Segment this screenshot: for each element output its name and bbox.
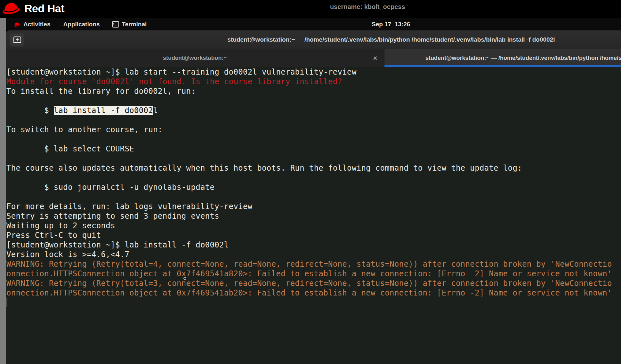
terminal-line xyxy=(6,173,621,182)
terminal-line xyxy=(6,115,621,125)
gnome-top-bar: Activities Applications ›_ Terminal Sep … xyxy=(0,18,621,30)
redhat-fedora-icon xyxy=(2,1,20,16)
applications-label: Applications xyxy=(63,21,100,28)
new-tab-icon: + xyxy=(13,36,21,43)
window-title: student@workstation:~ — /home/student/.v… xyxy=(6,30,621,49)
terminal-line xyxy=(6,96,621,106)
close-tab-icon[interactable]: × xyxy=(371,55,379,62)
terminal-line: Module for course 'do0002l' not found. I… xyxy=(6,77,621,86)
activities-hat-icon xyxy=(13,22,20,27)
terminal-line: [student@workstation ~]$ lab install -f … xyxy=(6,240,621,250)
terminal-window: + student@workstation:~ — /home/student/… xyxy=(6,30,621,364)
terminal-line: To switch to another course, run: xyxy=(6,125,621,134)
session-username: username: kbolt_ocpcss xyxy=(330,3,405,11)
terminal-output[interactable]: [student@workstation ~]$ lab start --tra… xyxy=(6,67,621,364)
terminal-line: Press Ctrl-C to quit xyxy=(6,231,621,240)
terminal-line: $ lab select COURSE xyxy=(6,144,621,154)
titlebar[interactable]: + student@workstation:~ — /home/student/… xyxy=(6,30,621,49)
brand-text: Red Hat xyxy=(24,2,64,15)
new-tab-button[interactable]: + xyxy=(10,33,24,46)
mouse-ibeam-pointer xyxy=(183,277,186,280)
activities-label: Activities xyxy=(23,21,50,28)
terminal-line: WARNING: Retrying (Retry(total=3, connec… xyxy=(6,279,621,288)
applications-menu[interactable]: Applications xyxy=(63,21,100,28)
terminal-line: WARNING: Retrying (Retry(total=4, connec… xyxy=(6,259,621,269)
terminal-line: $ lab install -f do0002l xyxy=(6,106,621,115)
terminal-line: For more details, run: lab logs vulnerab… xyxy=(6,202,621,211)
tab-home[interactable]: student@workstation:~ × xyxy=(6,49,384,67)
terminal-line: Sentry is attempting to send 3 pending e… xyxy=(6,211,621,221)
terminal-line: To install the library for do0002l, run: xyxy=(6,86,621,96)
terminal-cursor xyxy=(6,298,7,307)
terminal-line: [student@workstation ~]$ lab start --tra… xyxy=(6,67,621,77)
terminal-line: onnection.HTTPSConnection object at 0x7f… xyxy=(6,288,621,298)
tab-lab-install[interactable]: student@workstation:~ — /home/student/.v… xyxy=(384,49,621,67)
screen-edge-strip xyxy=(0,18,6,364)
terminal-line: Version lock is >=4.6,<4.7 xyxy=(6,250,621,259)
tab-home-label: student@workstation:~ xyxy=(163,55,227,61)
tab-bar: student@workstation:~ × student@workstat… xyxy=(6,49,621,67)
activities-button[interactable]: Activities xyxy=(13,21,50,28)
terminal-line: onnection.HTTPSConnection object at 0x7f… xyxy=(6,269,621,279)
terminal-line: Waiting up to 2 seconds xyxy=(6,221,621,231)
tab-lab-install-label: student@workstation:~ — /home/student/.v… xyxy=(425,55,621,61)
terminal-line: $ sudo journalctl -u dynolabs-update xyxy=(6,182,621,192)
clock[interactable]: Sep 17 13:26 xyxy=(372,18,410,30)
session-banner: Red Hat username: kbolt_ocpcss xyxy=(0,0,621,18)
terminal-app-label: Terminal xyxy=(122,21,147,28)
focused-app-menu[interactable]: ›_ Terminal xyxy=(112,21,147,28)
redhat-logo: Red Hat xyxy=(2,1,64,16)
terminal-line xyxy=(6,154,621,163)
terminal-app-icon: ›_ xyxy=(112,21,119,28)
terminal-line xyxy=(6,192,621,202)
terminal-line: The course also updates automatically wh… xyxy=(6,163,621,173)
terminal-line xyxy=(6,134,621,144)
